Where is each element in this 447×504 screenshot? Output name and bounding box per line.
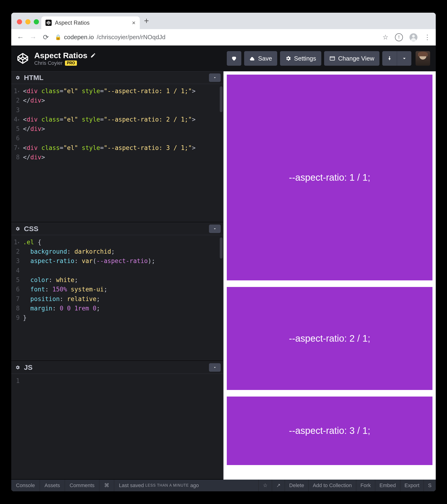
html-panel-title: HTML — [24, 74, 43, 82]
edit-title-icon[interactable] — [90, 51, 96, 60]
editors-column: HTML 1▾ 2 3 4▾ 5 6 7▾ 8 <div class="el" … — [11, 71, 224, 480]
url-path: /chriscoyier/pen/rNOqdJd — [97, 34, 165, 41]
user-avatar[interactable] — [415, 51, 430, 66]
fork-button[interactable]: Fork — [356, 480, 375, 491]
preview-pane: --aspect-ratio: 1 / 1; --aspect-ratio: 2… — [224, 71, 436, 480]
codepen-app: Aspect Ratios Chris Coyier PRO Save — [11, 46, 436, 491]
css-collapse-button[interactable] — [209, 225, 221, 233]
js-panel: JS 1 — [11, 361, 223, 480]
js-source — [22, 374, 26, 479]
tab-title: Aspect Ratios — [55, 19, 90, 26]
shortcuts-button[interactable]: ⌘ — [100, 480, 114, 491]
pin-button[interactable] — [382, 51, 397, 66]
pro-badge: PRO — [65, 61, 77, 66]
star-icon[interactable]: ☆ — [382, 33, 388, 41]
codepen-header: Aspect Ratios Chris Coyier PRO Save — [11, 46, 436, 71]
html-gutter: 1▾ 2 3 4▾ 5 6 7▾ 8 — [11, 84, 22, 222]
css-gutter: 1▾ 2 3 4 5 6 7 8 9 — [11, 235, 22, 361]
close-tab-icon[interactable]: × — [132, 19, 136, 27]
browser-window: Aspect Ratios × + ← → ⟳ 🔒 codepen.io/chr… — [11, 13, 436, 491]
delete-button[interactable]: Delete — [285, 480, 309, 491]
css-editor[interactable]: 1▾ 2 3 4 5 6 7 8 9 .el { background: dar… — [11, 235, 223, 361]
js-collapse-button[interactable] — [209, 363, 221, 372]
css-panel: CSS 1▾ 2 3 4 5 6 7 8 9 .el { background:… — [11, 222, 223, 361]
export-button[interactable]: Export — [400, 480, 424, 491]
html-source: <div class="el" style="--aspect-ratio: 1… — [22, 84, 198, 222]
back-button[interactable]: ← — [17, 33, 24, 41]
browser-tab[interactable]: Aspect Ratios × — [41, 17, 140, 29]
heart-button[interactable] — [227, 51, 241, 66]
close-window-button[interactable] — [17, 19, 22, 24]
new-tab-button[interactable]: + — [140, 16, 153, 29]
embed-button[interactable]: Embed — [375, 480, 400, 491]
html-editor[interactable]: 1▾ 2 3 4▾ 5 6 7▾ 8 <div class="el" style… — [11, 84, 223, 222]
change-view-label: Change View — [338, 55, 374, 62]
js-settings-icon[interactable] — [11, 365, 24, 370]
codepen-footer: Console Assets Comments ⌘ Last saved LES… — [11, 480, 436, 491]
html-settings-icon[interactable] — [11, 75, 24, 80]
settings-label: Settings — [294, 55, 316, 62]
window-controls — [16, 19, 41, 29]
info-icon[interactable]: ! — [395, 33, 403, 41]
preview-box-1: --aspect-ratio: 1 / 1; — [227, 75, 432, 280]
codepen-body: HTML 1▾ 2 3 4▾ 5 6 7▾ 8 <div class="el" … — [11, 71, 436, 480]
pen-title: Aspect Ratios — [34, 51, 87, 60]
lock-icon: 🔒 — [55, 34, 61, 40]
comments-button[interactable]: Comments — [65, 480, 100, 491]
minimize-window-button[interactable] — [25, 19, 31, 24]
css-panel-title: CSS — [24, 225, 38, 233]
css-scrollbar[interactable] — [220, 237, 223, 259]
address-bar[interactable]: 🔒 codepen.io/chriscoyier/pen/rNOqdJd — [55, 34, 377, 41]
console-button[interactable]: Console — [11, 480, 40, 491]
save-label: Save — [258, 55, 272, 62]
css-settings-icon[interactable] — [11, 226, 24, 231]
preview-box-2: --aspect-ratio: 2 / 1; — [227, 287, 432, 390]
reload-button[interactable]: ⟳ — [42, 33, 49, 41]
js-panel-title: JS — [24, 363, 33, 371]
kebab-menu-icon[interactable]: ⋮ — [424, 33, 430, 41]
add-to-collection-button[interactable]: Add to Collection — [309, 480, 356, 491]
settings-button[interactable]: Settings — [280, 51, 321, 66]
url-host: codepen.io — [64, 34, 94, 41]
forward-button[interactable]: → — [30, 33, 36, 41]
css-source: .el { background: darkorchid; aspect-rat… — [22, 235, 158, 361]
pen-author[interactable]: Chris Coyier — [34, 60, 63, 66]
svg-rect-6 — [330, 56, 335, 60]
maximize-window-button[interactable] — [34, 19, 39, 24]
assets-button[interactable]: Assets — [40, 480, 65, 491]
preview-box-3: --aspect-ratio: 3 / 1; — [227, 396, 432, 465]
star-footer-icon[interactable]: ☆ — [258, 480, 272, 491]
html-scrollbar[interactable] — [220, 86, 223, 112]
share-button[interactable]: S — [424, 480, 436, 491]
js-gutter: 1 — [11, 374, 22, 479]
save-button[interactable]: Save — [244, 51, 277, 66]
browser-toolbar: ← → ⟳ 🔒 codepen.io/chriscoyier/pen/rNOqd… — [11, 29, 436, 46]
change-view-button[interactable]: Change View — [324, 51, 379, 66]
last-saved-status: Last saved LESS THAN A MINUTE ago — [114, 482, 204, 488]
html-panel: HTML 1▾ 2 3 4▾ 5 6 7▾ 8 <div class="el" … — [11, 71, 223, 222]
codepen-logo-icon — [17, 53, 29, 64]
js-editor[interactable]: 1 — [11, 374, 223, 479]
codepen-favicon — [46, 20, 52, 26]
pin-dropdown-button[interactable] — [397, 51, 411, 66]
html-collapse-button[interactable] — [209, 73, 221, 82]
open-external-icon[interactable]: ↗ — [272, 480, 285, 491]
chrome-tab-strip: Aspect Ratios × + — [11, 13, 436, 29]
profile-avatar-icon[interactable] — [410, 33, 417, 41]
